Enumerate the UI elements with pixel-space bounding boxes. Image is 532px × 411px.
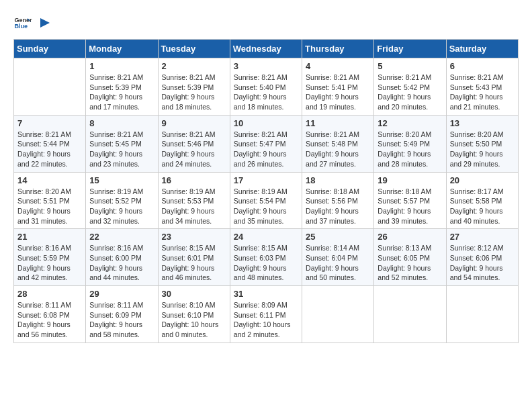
day-cell: 17Sunrise: 8:19 AMSunset: 5:54 PMDayligh… (230, 172, 302, 229)
day-number: 28 (17, 289, 82, 299)
day-number: 21 (17, 232, 82, 242)
day-info: Sunrise: 8:20 AMSunset: 5:51 PMDaylight:… (17, 187, 82, 226)
logo-icon: General Blue (13, 13, 32, 32)
day-number: 30 (162, 289, 226, 299)
day-info: Sunrise: 8:18 AMSunset: 5:57 PMDaylight:… (378, 187, 442, 226)
day-info: Sunrise: 8:21 AMSunset: 5:48 PMDaylight:… (306, 130, 370, 169)
day-header-sunday: Sunday (14, 40, 86, 58)
day-number: 23 (162, 232, 226, 242)
svg-text:General: General (14, 17, 32, 24)
svg-text:Blue: Blue (14, 23, 28, 30)
week-row-2: 7Sunrise: 8:21 AMSunset: 5:44 PMDaylight… (14, 115, 519, 172)
day-info: Sunrise: 8:21 AMSunset: 5:43 PMDaylight:… (450, 73, 515, 112)
day-info: Sunrise: 8:21 AMSunset: 5:44 PMDaylight:… (17, 130, 82, 169)
day-cell: 15Sunrise: 8:19 AMSunset: 5:52 PMDayligh… (86, 172, 158, 229)
header-row: SundayMondayTuesdayWednesdayThursdayFrid… (14, 40, 519, 58)
day-info: Sunrise: 8:19 AMSunset: 5:52 PMDaylight:… (89, 187, 154, 226)
day-number: 20 (450, 175, 515, 185)
week-row-4: 21Sunrise: 8:16 AMSunset: 5:59 PMDayligh… (14, 229, 519, 286)
day-cell: 24Sunrise: 8:15 AMSunset: 6:03 PMDayligh… (230, 229, 302, 286)
day-header-monday: Monday (86, 40, 158, 58)
day-info: Sunrise: 8:16 AMSunset: 5:59 PMDaylight:… (17, 243, 82, 283)
day-cell: 8Sunrise: 8:21 AMSunset: 5:45 PMDaylight… (86, 115, 158, 172)
day-header-thursday: Thursday (302, 40, 374, 58)
day-info: Sunrise: 8:18 AMSunset: 5:56 PMDaylight:… (306, 187, 370, 226)
week-row-5: 28Sunrise: 8:11 AMSunset: 6:08 PMDayligh… (14, 286, 519, 343)
day-number: 27 (450, 232, 515, 242)
day-info: Sunrise: 8:21 AMSunset: 5:40 PMDaylight:… (234, 73, 298, 112)
logo: General Blue (13, 13, 52, 32)
day-info: Sunrise: 8:21 AMSunset: 5:45 PMDaylight:… (89, 130, 154, 169)
day-info: Sunrise: 8:15 AMSunset: 6:03 PMDaylight:… (234, 243, 298, 283)
day-cell: 22Sunrise: 8:16 AMSunset: 6:00 PMDayligh… (86, 229, 158, 286)
day-cell: 14Sunrise: 8:20 AMSunset: 5:51 PMDayligh… (14, 172, 86, 229)
day-cell: 30Sunrise: 8:10 AMSunset: 6:10 PMDayligh… (158, 286, 230, 343)
logo-arrow-icon (38, 15, 52, 30)
day-cell: 21Sunrise: 8:16 AMSunset: 5:59 PMDayligh… (14, 229, 86, 286)
day-number: 6 (450, 61, 515, 71)
day-number: 3 (234, 61, 298, 71)
day-number: 9 (162, 118, 226, 128)
day-number: 16 (162, 175, 226, 185)
day-cell: 11Sunrise: 8:21 AMSunset: 5:48 PMDayligh… (302, 115, 374, 172)
day-number: 11 (306, 118, 370, 128)
day-cell: 6Sunrise: 8:21 AMSunset: 5:43 PMDaylight… (446, 58, 518, 116)
day-info: Sunrise: 8:16 AMSunset: 6:00 PMDaylight:… (89, 243, 154, 283)
day-cell: 5Sunrise: 8:21 AMSunset: 5:42 PMDaylight… (374, 58, 446, 116)
day-info: Sunrise: 8:21 AMSunset: 5:47 PMDaylight:… (234, 130, 298, 169)
day-cell: 4Sunrise: 8:21 AMSunset: 5:41 PMDaylight… (302, 58, 374, 116)
day-info: Sunrise: 8:12 AMSunset: 6:06 PMDaylight:… (450, 243, 515, 283)
day-info: Sunrise: 8:21 AMSunset: 5:39 PMDaylight:… (162, 73, 226, 112)
week-row-3: 14Sunrise: 8:20 AMSunset: 5:51 PMDayligh… (14, 172, 519, 229)
day-header-friday: Friday (374, 40, 446, 58)
day-info: Sunrise: 8:13 AMSunset: 6:05 PMDaylight:… (378, 243, 442, 283)
day-number: 10 (234, 118, 298, 128)
day-info: Sunrise: 8:09 AMSunset: 6:11 PMDaylight:… (234, 300, 298, 340)
day-cell: 18Sunrise: 8:18 AMSunset: 5:56 PMDayligh… (302, 172, 374, 229)
day-info: Sunrise: 8:19 AMSunset: 5:54 PMDaylight:… (234, 187, 298, 226)
calendar-table: SundayMondayTuesdayWednesdayThursdayFrid… (13, 39, 519, 343)
day-number: 19 (378, 175, 442, 185)
day-info: Sunrise: 8:21 AMSunset: 5:42 PMDaylight:… (378, 73, 442, 112)
day-info: Sunrise: 8:21 AMSunset: 5:46 PMDaylight:… (162, 130, 226, 169)
day-info: Sunrise: 8:11 AMSunset: 6:08 PMDaylight:… (17, 300, 82, 340)
day-number: 5 (378, 61, 442, 71)
day-cell: 16Sunrise: 8:19 AMSunset: 5:53 PMDayligh… (158, 172, 230, 229)
day-info: Sunrise: 8:17 AMSunset: 5:58 PMDaylight:… (450, 187, 515, 226)
week-row-1: 1Sunrise: 8:21 AMSunset: 5:39 PMDaylight… (14, 58, 519, 116)
day-number: 25 (306, 232, 370, 242)
day-cell (446, 286, 518, 343)
day-cell (374, 286, 446, 343)
day-number: 4 (306, 61, 370, 71)
day-cell: 23Sunrise: 8:15 AMSunset: 6:01 PMDayligh… (158, 229, 230, 286)
page-header: General Blue (13, 13, 519, 32)
day-cell: 10Sunrise: 8:21 AMSunset: 5:47 PMDayligh… (230, 115, 302, 172)
day-number: 1 (89, 61, 154, 71)
day-header-saturday: Saturday (446, 40, 518, 58)
svg-marker-3 (40, 18, 50, 28)
day-number: 17 (234, 175, 298, 185)
day-number: 31 (234, 289, 298, 299)
day-number: 14 (17, 175, 82, 185)
day-number: 12 (378, 118, 442, 128)
day-number: 24 (234, 232, 298, 242)
day-info: Sunrise: 8:11 AMSunset: 6:09 PMDaylight:… (89, 300, 154, 340)
day-cell: 13Sunrise: 8:20 AMSunset: 5:50 PMDayligh… (446, 115, 518, 172)
day-cell: 25Sunrise: 8:14 AMSunset: 6:04 PMDayligh… (302, 229, 374, 286)
day-cell: 28Sunrise: 8:11 AMSunset: 6:08 PMDayligh… (14, 286, 86, 343)
day-number: 7 (17, 118, 82, 128)
day-cell: 19Sunrise: 8:18 AMSunset: 5:57 PMDayligh… (374, 172, 446, 229)
day-info: Sunrise: 8:20 AMSunset: 5:49 PMDaylight:… (378, 130, 442, 169)
day-info: Sunrise: 8:21 AMSunset: 5:39 PMDaylight:… (89, 73, 154, 112)
day-info: Sunrise: 8:14 AMSunset: 6:04 PMDaylight:… (306, 243, 370, 283)
day-cell: 12Sunrise: 8:20 AMSunset: 5:49 PMDayligh… (374, 115, 446, 172)
day-cell: 2Sunrise: 8:21 AMSunset: 5:39 PMDaylight… (158, 58, 230, 116)
day-cell: 31Sunrise: 8:09 AMSunset: 6:11 PMDayligh… (230, 286, 302, 343)
day-info: Sunrise: 8:21 AMSunset: 5:41 PMDaylight:… (306, 73, 370, 112)
day-number: 2 (162, 61, 226, 71)
day-cell: 9Sunrise: 8:21 AMSunset: 5:46 PMDaylight… (158, 115, 230, 172)
day-info: Sunrise: 8:20 AMSunset: 5:50 PMDaylight:… (450, 130, 515, 169)
day-number: 15 (89, 175, 154, 185)
day-number: 29 (89, 289, 154, 299)
day-cell: 3Sunrise: 8:21 AMSunset: 5:40 PMDaylight… (230, 58, 302, 116)
